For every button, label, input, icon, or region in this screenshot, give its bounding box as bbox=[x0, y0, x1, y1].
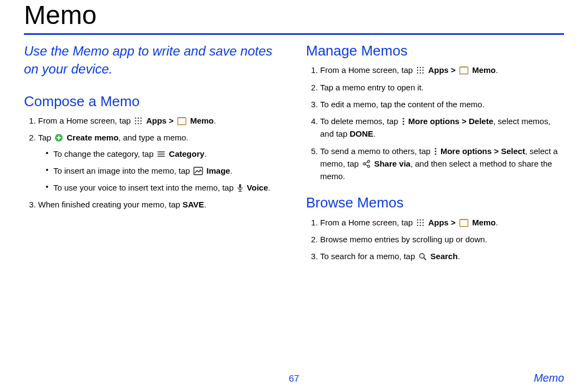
memo-label: Memo bbox=[190, 116, 213, 125]
svg-point-7 bbox=[138, 123, 139, 125]
svg-point-57 bbox=[422, 224, 424, 226]
compose-steps: From a Home screen, tap Apps > Memo. Tap… bbox=[24, 114, 282, 211]
image-label: Image bbox=[206, 166, 230, 175]
done-label: DONE bbox=[350, 129, 373, 138]
compose-bullet-voice: To use your voice to insert text into th… bbox=[46, 181, 282, 194]
svg-point-51 bbox=[422, 219, 424, 220]
memo-icon bbox=[177, 117, 187, 125]
memo-icon bbox=[459, 66, 469, 75]
svg-point-45 bbox=[363, 163, 365, 165]
manage-step-5: To send a memo to others, tap More optio… bbox=[320, 145, 564, 183]
manage-step-3: To edit a memo, tap the content of the m… bbox=[320, 98, 564, 111]
svg-point-26 bbox=[422, 67, 424, 69]
text: When finished creating your memo, tap bbox=[38, 200, 182, 209]
svg-rect-21 bbox=[239, 184, 241, 188]
svg-point-50 bbox=[420, 219, 421, 220]
period: . bbox=[373, 129, 376, 138]
text: To send a memo to others, tap bbox=[320, 146, 433, 156]
svg-point-27 bbox=[417, 70, 419, 71]
compose-bullet-image: To insert an image into the memo, tap Im… bbox=[46, 164, 282, 177]
apps-icon bbox=[416, 218, 425, 227]
svg-point-2 bbox=[140, 118, 142, 119]
share-icon bbox=[362, 160, 371, 168]
memo-label: Memo bbox=[472, 218, 495, 227]
text: To change the category, tap bbox=[53, 149, 156, 158]
content-columns: Use the Memo app to write and save notes… bbox=[24, 42, 564, 274]
left-column: Use the Memo app to write and save notes… bbox=[24, 42, 282, 274]
svg-point-25 bbox=[420, 67, 421, 69]
svg-point-24 bbox=[417, 67, 419, 69]
browse-steps: From a Home screen, tap Apps > Memo. Bro… bbox=[306, 216, 564, 263]
text: To delete memos, tap bbox=[320, 117, 401, 126]
period: . bbox=[268, 183, 270, 192]
svg-point-56 bbox=[420, 224, 421, 226]
right-column: Manage Memos From a Home screen, tap App… bbox=[306, 42, 564, 274]
svg-point-52 bbox=[417, 222, 419, 223]
gt: > bbox=[451, 65, 458, 75]
manage-steps: From a Home screen, tap Apps > Memo. Tap… bbox=[306, 64, 564, 182]
category-label: Category bbox=[169, 149, 204, 158]
more-options-icon bbox=[402, 117, 405, 126]
title-rule bbox=[24, 33, 564, 35]
create-memo-label: Create memo bbox=[67, 133, 119, 142]
svg-point-46 bbox=[367, 165, 370, 167]
svg-point-30 bbox=[417, 72, 419, 74]
svg-point-8 bbox=[140, 123, 142, 125]
period: . bbox=[204, 200, 206, 209]
page-footer: 67 Memo bbox=[24, 372, 564, 384]
search-icon bbox=[418, 252, 427, 261]
footer-label: Memo bbox=[384, 372, 564, 384]
svg-point-42 bbox=[434, 150, 436, 152]
save-label: SAVE bbox=[182, 200, 204, 209]
share-via-label: Share via bbox=[374, 159, 411, 168]
period: . bbox=[230, 166, 232, 175]
period: . bbox=[496, 65, 498, 75]
svg-rect-33 bbox=[460, 67, 468, 74]
browse-heading: Browse Memos bbox=[306, 194, 564, 211]
voice-label: Voice bbox=[247, 183, 268, 192]
apps-icon bbox=[134, 117, 143, 125]
period: . bbox=[458, 252, 460, 261]
image-icon bbox=[193, 167, 203, 175]
svg-rect-58 bbox=[460, 219, 468, 226]
svg-line-48 bbox=[365, 164, 368, 166]
manage-step-2: Tap a memo entry to open it. bbox=[320, 81, 564, 94]
compose-bullet-category: To change the category, tap Category. bbox=[46, 148, 282, 160]
text: , and type a memo. bbox=[119, 133, 188, 142]
svg-point-1 bbox=[138, 118, 139, 119]
more-delete-label: More options > Delete bbox=[408, 117, 493, 126]
search-label: Search bbox=[431, 252, 458, 261]
svg-point-5 bbox=[140, 120, 142, 122]
svg-point-29 bbox=[422, 70, 424, 71]
plus-icon bbox=[54, 133, 63, 142]
manage-step-4: To delete memos, tap More options > Dele… bbox=[320, 115, 564, 140]
svg-point-44 bbox=[367, 160, 370, 162]
svg-line-64 bbox=[424, 258, 426, 260]
svg-point-28 bbox=[420, 70, 421, 71]
svg-point-39 bbox=[402, 121, 404, 122]
svg-point-41 bbox=[434, 148, 436, 149]
mic-icon bbox=[237, 183, 243, 192]
browse-step-1: From a Home screen, tap Apps > Memo. bbox=[320, 216, 564, 229]
category-icon bbox=[157, 150, 166, 158]
svg-point-54 bbox=[422, 222, 424, 223]
text: To use your voice to insert text into th… bbox=[53, 183, 236, 192]
apps-label: Apps bbox=[428, 218, 449, 227]
browse-step-3: To search for a memo, tap Search. bbox=[320, 250, 564, 262]
gt: > bbox=[169, 116, 176, 125]
page-number: 67 bbox=[204, 373, 384, 384]
text: From a Home screen, tap bbox=[38, 116, 133, 125]
compose-step-3: When finished creating your memo, tap SA… bbox=[38, 198, 282, 211]
page-title: Memo bbox=[24, 0, 564, 30]
apps-label: Apps bbox=[146, 116, 167, 125]
svg-point-55 bbox=[417, 224, 419, 226]
more-options-icon bbox=[434, 147, 437, 156]
period: . bbox=[214, 116, 216, 125]
svg-rect-9 bbox=[178, 118, 186, 125]
svg-point-32 bbox=[422, 72, 424, 74]
browse-step-2: Browse memo entries by scrolling up or d… bbox=[320, 233, 564, 246]
svg-point-49 bbox=[417, 219, 419, 220]
svg-point-53 bbox=[420, 222, 421, 223]
intro-text: Use the Memo app to write and save notes… bbox=[24, 42, 282, 78]
memo-label: Memo bbox=[472, 65, 495, 75]
